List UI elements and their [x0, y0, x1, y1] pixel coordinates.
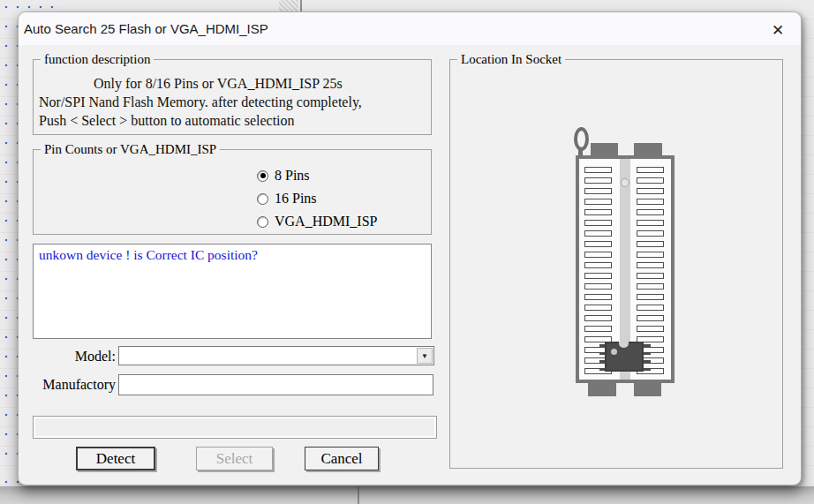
dialog-title: Auto Search 25 Flash or VGA_HDMI_ISP: [24, 21, 268, 36]
detection-message: unkown device ! is Correct IC position?: [39, 247, 258, 262]
cancel-button-label: Cancel: [320, 450, 362, 468]
pin-counts-options: 8 Pins 16 Pins VGA_HDMI_ISP: [257, 168, 377, 229]
function-description-group: function description Only for 8/16 Pins …: [33, 59, 432, 135]
socket-slot: [637, 177, 664, 184]
socket-slot: [637, 294, 664, 300]
radio-vga-hdmi-isp[interactable]: VGA_HDMI_ISP: [257, 214, 377, 229]
socket-slot: [637, 199, 664, 205]
radio-label: 8 Pins: [275, 168, 310, 184]
description-line: Only for 8/16 Pins or VGA_HDMI_ISP 25s: [39, 74, 427, 93]
radio-unselected-icon: [257, 193, 268, 205]
radio-selected-icon: [257, 170, 268, 182]
model-dropdown-button[interactable]: ▼: [417, 348, 433, 364]
socket-slot: [584, 241, 612, 247]
socket-slot: [584, 177, 612, 184]
socket-pivot-circle: [621, 178, 629, 187]
socket-slot: [637, 283, 664, 290]
socket-slot: [637, 188, 664, 194]
socket-slot: [584, 326, 612, 332]
grid-dots-top: [4, 5, 63, 9]
socket-top-tab: [591, 143, 618, 156]
socket-slot: [584, 220, 612, 226]
chevron-down-icon: ▼: [421, 352, 428, 360]
model-combobox[interactable]: ▼: [118, 346, 434, 365]
inserted-chip-icon: [605, 342, 644, 372]
socket-slot: [637, 252, 664, 258]
close-icon: ✕: [772, 21, 784, 40]
socket-bottom-tab: [588, 382, 616, 396]
chip-pin: [644, 344, 651, 347]
function-description-text: Only for 8/16 Pins or VGA_HDMI_ISP 25s N…: [39, 74, 427, 130]
socket-body: [576, 155, 675, 383]
socket-slot: [637, 230, 664, 237]
socket-slot: [584, 188, 612, 194]
location-in-socket-group: Location In Socket: [449, 59, 783, 469]
socket-slot: [637, 241, 664, 247]
socket-slot: [584, 273, 612, 279]
background-vertical-line: [300, 0, 302, 11]
socket-slot: [637, 326, 664, 332]
progress-bar: [33, 416, 437, 439]
zif-socket-graphic: [450, 60, 782, 468]
socket-slot: [637, 273, 664, 279]
chip-pin: [644, 352, 651, 355]
detect-button-label: Detect: [96, 450, 135, 468]
socket-slot: [584, 294, 612, 300]
radio-label: VGA_HDMI_ISP: [275, 214, 377, 229]
select-button-label: Select: [216, 450, 253, 468]
radio-8-pins[interactable]: 8 Pins: [257, 168, 377, 184]
title-bar[interactable]: Auto Search 25 Flash or VGA_HDMI_ISP: [19, 12, 801, 45]
socket-slot: [584, 199, 612, 205]
description-line: Nor/SPI Nand Flash Memory. after detecti…: [39, 93, 427, 111]
chip-pin: [644, 368, 651, 371]
radio-16-pins[interactable]: 16 Pins: [257, 191, 377, 207]
background-hatch-strip: [279, 0, 298, 11]
select-button[interactable]: Select: [196, 447, 273, 470]
socket-bottom-tab: [634, 382, 661, 396]
socket-slot: [584, 305, 612, 311]
socket-slot: [637, 167, 664, 173]
socket-slot: [637, 209, 664, 215]
socket-slot: [584, 230, 612, 237]
auto-search-dialog: Auto Search 25 Flash or VGA_HDMI_ISP ✕ f…: [18, 11, 802, 485]
pin-counts-group: Pin Counts or VGA_HDMI_ISP 8 Pins 16 Pin…: [33, 149, 432, 235]
socket-lever-icon: [574, 127, 589, 151]
detect-button[interactable]: Detect: [76, 447, 155, 470]
socket-slot: [584, 252, 612, 258]
socket-slot: [584, 315, 612, 321]
socket-slot: [637, 262, 664, 268]
detection-result-list[interactable]: unkown device ! is Correct IC position?: [33, 244, 432, 339]
manufactory-input[interactable]: [118, 374, 433, 395]
description-line: Push < Select > button to automatic sele…: [39, 111, 427, 130]
pin-counts-legend: Pin Counts or VGA_HDMI_ISP: [41, 141, 220, 158]
socket-top-tab: [634, 143, 662, 156]
socket-slot: [584, 262, 612, 268]
chip-pin: [644, 360, 651, 363]
socket-slot: [637, 305, 664, 311]
socket-slot: [584, 209, 612, 215]
background-bottom-line: [358, 486, 359, 504]
chip-notch: [619, 342, 629, 348]
radio-unselected-icon: [257, 216, 268, 228]
close-button[interactable]: ✕: [765, 19, 790, 41]
function-description-legend: function description: [41, 51, 154, 68]
grid-dots-col1: [4, 25, 8, 471]
manufactory-label: Manufactory: [27, 377, 116, 393]
chip-pins-right: [644, 344, 651, 371]
chip-pin1-dot: [611, 349, 617, 355]
model-label: Model:: [33, 349, 116, 365]
socket-slot: [584, 283, 612, 290]
socket-slot: [637, 220, 664, 226]
radio-label: 16 Pins: [275, 191, 317, 207]
socket-slot: [584, 167, 612, 173]
socket-slot: [637, 315, 664, 321]
cancel-button[interactable]: Cancel: [305, 447, 379, 470]
background-bottom-band: [0, 486, 814, 504]
